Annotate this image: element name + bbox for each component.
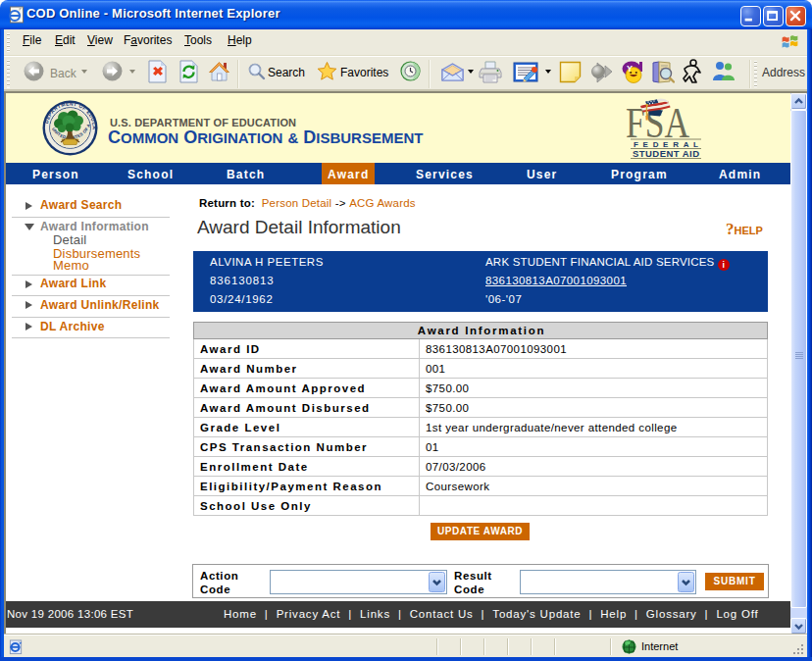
svg-text:STUDENT AID: STUDENT AID: [633, 148, 699, 159]
